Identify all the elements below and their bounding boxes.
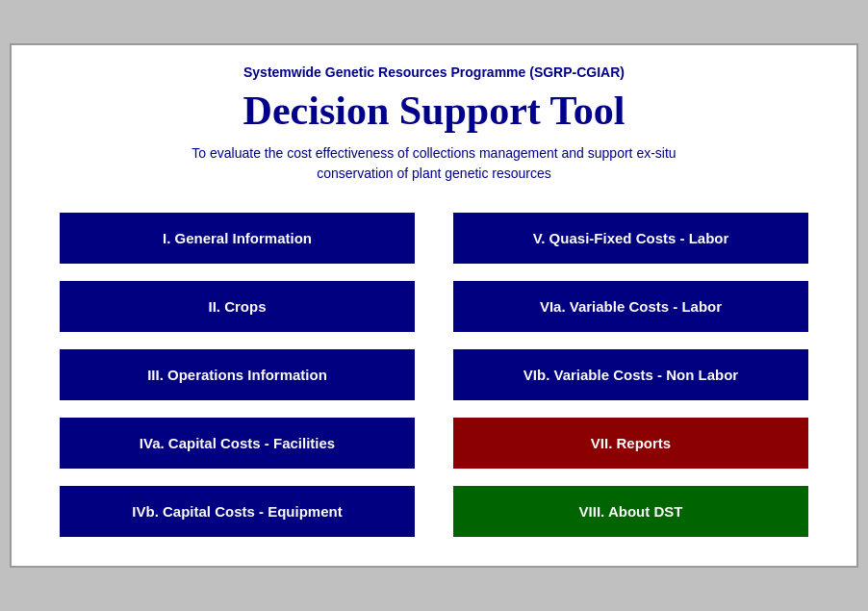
- subtitle-line1: To evaluate the cost effectiveness of co…: [191, 145, 676, 161]
- subtitle: To evaluate the cost effectiveness of co…: [40, 143, 828, 184]
- btn-variable-labor[interactable]: VIa. Variable Costs - Labor: [453, 281, 808, 332]
- main-title: Decision Support Tool: [40, 88, 828, 134]
- btn-variable-non-labor[interactable]: VIb. Variable Costs - Non Labor: [453, 349, 808, 400]
- main-container: Systemwide Genetic Resources Programme (…: [10, 43, 858, 568]
- subtitle-line2: conservation of plant genetic resources: [317, 165, 551, 181]
- btn-about-dst[interactable]: VIII. About DST: [453, 486, 808, 537]
- org-title: Systemwide Genetic Resources Programme (…: [40, 64, 828, 80]
- btn-operations-info[interactable]: III. Operations Information: [60, 349, 415, 400]
- btn-quasi-fixed-labor[interactable]: V. Quasi-Fixed Costs - Labor: [453, 213, 808, 264]
- left-column: I. General Information II. Crops III. Op…: [60, 213, 415, 537]
- btn-crops[interactable]: II. Crops: [60, 281, 415, 332]
- btn-general-info[interactable]: I. General Information: [60, 213, 415, 264]
- btn-reports[interactable]: VII. Reports: [453, 418, 808, 469]
- btn-capital-equipment[interactable]: IVb. Capital Costs - Equipment: [60, 486, 415, 537]
- right-column: V. Quasi-Fixed Costs - Labor VIa. Variab…: [453, 213, 808, 537]
- btn-capital-facilities[interactable]: IVa. Capital Costs - Facilities: [60, 418, 415, 469]
- buttons-grid: I. General Information II. Crops III. Op…: [40, 213, 828, 537]
